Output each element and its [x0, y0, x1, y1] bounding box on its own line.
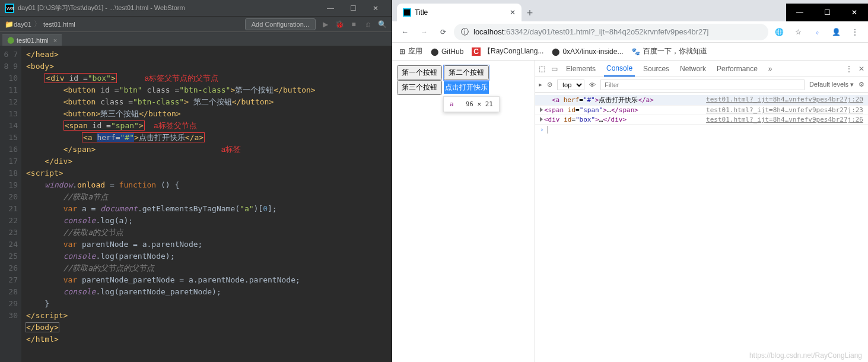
button-2[interactable]: 第二个按钮: [444, 65, 489, 80]
bookmark-github[interactable]: ⬤GitHub: [431, 47, 463, 56]
close-button[interactable]: ✕: [364, 4, 387, 12]
tab-label: test01.html: [17, 37, 49, 44]
tab-console[interactable]: Console: [604, 64, 635, 77]
filter-input[interactable]: [600, 80, 805, 90]
stop-icon[interactable]: ■: [349, 20, 358, 28]
console-row[interactable]: <a herf="#">点击打开快乐</a> test01.html?_ijt=…: [535, 95, 868, 106]
tab-elements[interactable]: Elements: [564, 65, 598, 73]
bookmark-ray[interactable]: C【RayCongLiang...: [472, 46, 543, 56]
add-configuration-button[interactable]: Add Configuration...: [245, 18, 316, 30]
tab-sources[interactable]: Sources: [641, 65, 672, 73]
apps-button[interactable]: ⊞应用: [399, 46, 422, 56]
debug-icon[interactable]: 🐞: [335, 20, 344, 28]
max-button[interactable]: ☐: [813, 4, 841, 21]
code-area[interactable]: </head> <body> <div id ="box"> a标签父节点的父节…: [21, 46, 392, 362]
min-button[interactable]: —: [319, 4, 342, 12]
devtools-menu-icon[interactable]: ⋮: [845, 65, 853, 73]
folder-icon: 📁: [5, 20, 14, 28]
webstorm-window: WS day01 [D:\JS学习\Test\day01] - ...\test…: [0, 0, 392, 362]
close-tab-icon[interactable]: ×: [53, 37, 57, 44]
back-button[interactable]: ←: [397, 24, 414, 40]
info-icon[interactable]: ⓘ: [461, 27, 469, 37]
source-link[interactable]: test01.html?_ijt=8h4…vnfefv9pes4br27j:23: [706, 106, 863, 114]
forward-button[interactable]: →: [416, 24, 433, 40]
page-content: 第一个按钮 第二个按钮 第三个按钮 点击打开快乐 a 96 × 21: [392, 61, 535, 362]
close-tab-icon[interactable]: ✕: [510, 8, 516, 17]
webstorm-titlebar: WS day01 [D:\JS学习\Test\day01] - ...\test…: [0, 0, 392, 17]
sidebar-icon[interactable]: ▸: [539, 81, 542, 88]
max-button[interactable]: ☐: [342, 4, 364, 12]
min-button[interactable]: —: [786, 4, 813, 21]
tab-network[interactable]: Network: [678, 65, 708, 73]
svg-rect-4: [404, 9, 411, 16]
profile-icon[interactable]: 👤: [828, 24, 844, 40]
editor-tabs: ⬤ test01.html ×: [0, 32, 392, 46]
translate-icon[interactable]: 🌐: [771, 24, 787, 40]
chrome-window: Title ✕ + — ☐ ✕ ← → ⟳ ⓘ localhost:63342/…: [392, 0, 868, 362]
url-field[interactable]: ⓘ localhost:63342/day01/test01.html?_ijt…: [454, 24, 768, 40]
close-button[interactable]: ✕: [841, 4, 868, 21]
watermark: https://blog.csdn.net/RayCongLiang: [749, 351, 862, 360]
tab-performance[interactable]: Performance: [714, 65, 760, 73]
window-title: day01 [D:\JS学习\Test\day01] - ...\test01.…: [18, 4, 319, 12]
menu-icon[interactable]: ⋮: [847, 24, 863, 40]
favicon-icon: [403, 8, 411, 17]
source-link[interactable]: test01.html?_ijt=8h4…vnfefv9pes4br27j:20: [706, 96, 863, 104]
html-file-icon: ⬤: [7, 36, 14, 44]
source-link[interactable]: test01.html?_ijt=8h4…vnfefv9pes4br27j:26: [706, 116, 863, 123]
svg-text:WS: WS: [7, 6, 14, 11]
console-row[interactable]: <div id="box">…</div> test01.html?_ijt=8…: [535, 115, 868, 125]
button-1[interactable]: 第一个按钮: [397, 65, 442, 80]
devtools-close-icon[interactable]: ✕: [859, 65, 864, 73]
run-icon[interactable]: ▶: [320, 20, 330, 28]
console-output: <a herf="#">点击打开快乐</a> test01.html?_ijt=…: [535, 93, 868, 362]
link-selected[interactable]: 点击打开快乐: [444, 81, 489, 94]
breadcrumb-folder[interactable]: day01: [14, 21, 31, 28]
levels-select[interactable]: Default levels ▾: [809, 81, 854, 88]
bookmark-baidu[interactable]: 🐾百度一下，你就知道: [631, 46, 707, 56]
chrome-tabstrip: Title ✕ + — ☐ ✕: [392, 0, 868, 21]
inspect-icon[interactable]: ⬚: [539, 65, 545, 73]
star-icon[interactable]: ☆: [790, 24, 806, 40]
gutter: 6 7 8 9 10 11 12 13 14 15 16 17 18 19 20…: [0, 46, 21, 362]
window-controls: — ☐ ✕: [786, 4, 868, 21]
breadcrumb-file[interactable]: test01.html: [43, 21, 75, 28]
more-tabs-icon[interactable]: »: [766, 65, 775, 73]
address-bar: ← → ⟳ ⓘ localhost:63342/day01/test01.htm…: [392, 21, 868, 43]
annotation: a标签父节点: [154, 121, 196, 130]
context-select[interactable]: top: [557, 80, 584, 90]
bookmark-linux[interactable]: ⬤0xAX/linux-inside...: [552, 47, 623, 56]
bookmarks-bar: ⊞应用 ⬤GitHub C【RayCongLiang... ⬤0xAX/linu…: [392, 43, 868, 61]
github-icon: ⬤: [552, 47, 559, 56]
github-icon: ⬤: [431, 47, 438, 56]
annotation: a标签: [221, 145, 241, 154]
browser-body: 第一个按钮 第二个按钮 第三个按钮 点击打开快乐 a 96 × 21 ⬚ ▭ E…: [392, 61, 868, 362]
extension-icon[interactable]: ⬨: [809, 24, 825, 40]
eye-icon[interactable]: 👁: [589, 81, 596, 88]
vcs-icon[interactable]: ⎌: [363, 20, 373, 28]
breadcrumb-bar: 📁 day01 〉 test01.html Add Configuration.…: [0, 17, 392, 32]
baidu-icon: 🐾: [631, 47, 640, 56]
webstorm-icon: WS: [5, 4, 14, 13]
browser-tab[interactable]: Title ✕: [397, 4, 522, 21]
device-icon[interactable]: ▭: [551, 65, 558, 73]
apps-icon: ⊞: [399, 47, 405, 56]
console-toolbar: ▸ ⊘ top 👁 Default levels ▾ ⚙: [535, 77, 868, 93]
csdn-icon: C: [472, 47, 481, 56]
button-3[interactable]: 第三个按钮: [397, 80, 442, 95]
reload-button[interactable]: ⟳: [435, 24, 452, 40]
new-tab-button[interactable]: +: [522, 5, 538, 21]
console-row[interactable]: <span id="span">…</span> test01.html?_ij…: [535, 106, 868, 115]
element-tooltip: a 96 × 21: [443, 96, 500, 112]
code-editor[interactable]: 6 7 8 9 10 11 12 13 14 15 16 17 18 19 20…: [0, 46, 392, 362]
clear-icon[interactable]: ⊘: [547, 81, 552, 88]
settings-icon[interactable]: ⚙: [859, 81, 864, 88]
devtools-tabs: ⬚ ▭ Elements Console Sources Network Per…: [535, 61, 868, 77]
search-icon[interactable]: 🔍: [377, 20, 387, 28]
tab-title: Title: [415, 8, 428, 17]
editor-tab[interactable]: ⬤ test01.html ×: [2, 34, 62, 46]
devtools: ⬚ ▭ Elements Console Sources Network Per…: [535, 61, 868, 362]
console-prompt[interactable]: ›: [535, 125, 868, 135]
annotation: a标签父节点的父节点: [145, 74, 218, 82]
